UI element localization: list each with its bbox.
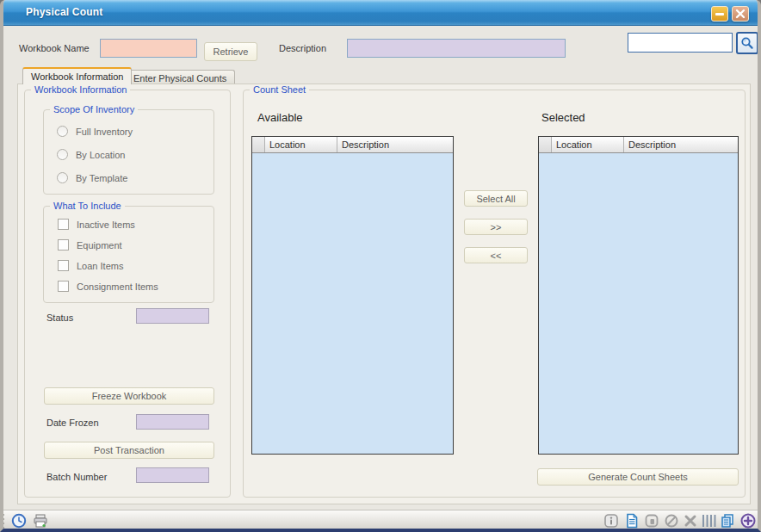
checkbox-icon — [58, 219, 69, 230]
statusbar-grip-handle[interactable] — [3, 514, 4, 529]
selected-heading: Selected — [541, 111, 585, 124]
date-frozen-field[interactable] — [136, 414, 209, 430]
radio-full-inventory[interactable]: Full Inventory — [57, 126, 133, 137]
status-label: Status — [46, 312, 73, 323]
available-grid-header: Location Description — [252, 137, 453, 153]
status-field[interactable] — [136, 308, 209, 324]
radio-label: By Template — [76, 173, 127, 183]
batch-number-label: Batch Number — [46, 472, 107, 482]
add-circle-icon[interactable] — [740, 513, 756, 529]
close-button[interactable] — [732, 6, 749, 22]
workbook-name-input[interactable] — [100, 39, 197, 58]
selected-grid[interactable]: Location Description — [538, 136, 739, 455]
checkbox-consignment-items[interactable]: Consignment Items — [58, 281, 158, 292]
checkbox-equipment[interactable]: Equipment — [58, 239, 122, 251]
titlebar: Physical Count — [0, 0, 761, 26]
available-grid-body[interactable] — [252, 153, 453, 454]
selected-grid-body[interactable] — [539, 153, 738, 454]
close-x-icon[interactable] — [683, 513, 698, 529]
move-left-button[interactable]: << — [464, 247, 528, 263]
checkbox-icon — [58, 239, 69, 251]
workbook-information-group-title: Workbook Information — [31, 84, 130, 95]
selected-description-column-header[interactable]: Description — [624, 137, 738, 152]
selected-grid-header: Location Description — [539, 137, 738, 153]
description-input[interactable] — [347, 39, 566, 58]
cancel-icon[interactable] — [664, 513, 679, 529]
workbook-name-label: Workbook Name — [19, 43, 90, 53]
date-frozen-label: Date Frozen — [46, 418, 99, 428]
search-input[interactable] — [628, 33, 733, 53]
radio-by-template[interactable]: By Template — [57, 172, 127, 183]
statusbar — [0, 510, 761, 532]
copy-icon[interactable] — [720, 513, 735, 529]
radio-label: By Location — [76, 150, 125, 160]
select-all-button[interactable]: Select All — [464, 190, 528, 207]
radio-icon — [57, 149, 68, 160]
tab-enter-physical-counts[interactable]: Enter Physical Counts — [125, 70, 235, 84]
available-grid[interactable]: Location Description — [251, 136, 454, 455]
what-to-include-group: What To Include Inactive Items Equipment… — [43, 206, 214, 303]
radio-label: Full Inventory — [76, 127, 133, 137]
scope-of-inventory-group: Scope Of Inventory Full Inventory By Loc… — [43, 109, 214, 195]
checkbox-inactive-items[interactable]: Inactive Items — [58, 219, 135, 230]
radio-icon — [57, 126, 68, 137]
freeze-workbook-button[interactable]: Freeze Workbook — [44, 387, 214, 405]
checkbox-icon — [58, 260, 69, 271]
radio-icon — [57, 172, 68, 183]
checkbox-label: Consignment Items — [77, 281, 158, 292]
checkbox-label: Loan Items — [77, 261, 123, 271]
selected-location-column-header[interactable]: Location — [552, 137, 624, 152]
minimize-icon — [712, 7, 727, 21]
available-description-column-header[interactable]: Description — [337, 137, 453, 152]
info-icon[interactable] — [603, 513, 619, 529]
physical-count-window: Physical Count Workbook Name Retrieve De… — [0, 0, 761, 532]
what-to-include-group-title: What To Include — [50, 201, 125, 211]
minimize-button[interactable] — [711, 6, 728, 22]
retrieve-button[interactable]: Retrieve — [204, 42, 257, 61]
move-right-button[interactable]: >> — [464, 219, 528, 235]
lock-icon[interactable] — [644, 513, 659, 529]
document-icon[interactable] — [624, 513, 640, 529]
checkbox-loan-items[interactable]: Loan Items — [58, 260, 123, 271]
close-icon — [733, 7, 748, 21]
row-indicator-column — [539, 137, 552, 152]
row-indicator-column — [252, 137, 265, 152]
search-button[interactable] — [736, 32, 758, 54]
workbook-information-group: Workbook Information Scope Of Inventory … — [24, 90, 231, 498]
checkbox-label: Inactive Items — [77, 220, 135, 230]
checkbox-label: Equipment — [77, 240, 122, 251]
tab-workbook-information[interactable]: Workbook Information — [22, 67, 132, 84]
count-sheet-group-title: Count Sheet — [250, 84, 309, 95]
printer-icon[interactable] — [33, 513, 48, 529]
available-location-column-header[interactable]: Location — [265, 137, 337, 152]
radio-by-location[interactable]: By Location — [57, 149, 125, 160]
window-title: Physical Count — [26, 6, 102, 18]
checkbox-icon — [58, 281, 69, 292]
scope-of-inventory-group-title: Scope Of Inventory — [50, 104, 138, 114]
columns-icon[interactable] — [701, 513, 716, 529]
description-label: Description — [279, 43, 326, 53]
available-heading: Available — [257, 111, 303, 124]
magnifier-icon — [740, 36, 754, 50]
count-sheet-group: Count Sheet Available Location Descripti… — [243, 90, 746, 498]
post-transaction-button[interactable]: Post Transaction — [44, 442, 214, 459]
batch-number-field[interactable] — [136, 467, 209, 483]
generate-count-sheets-button[interactable]: Generate Count Sheets — [537, 468, 739, 486]
clock-icon[interactable] — [11, 513, 27, 529]
